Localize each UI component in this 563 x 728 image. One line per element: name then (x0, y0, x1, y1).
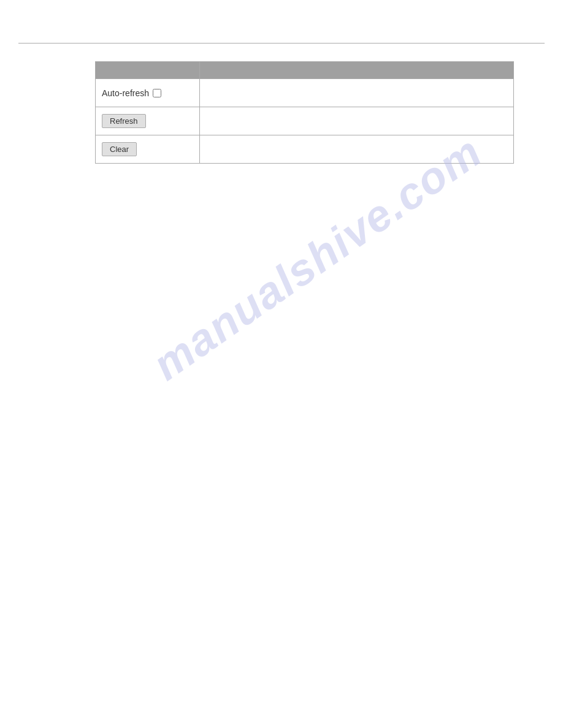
table-header-left (96, 62, 200, 79)
top-divider (18, 43, 545, 44)
settings-table-container: Auto-refresh Refresh Clear (95, 61, 514, 164)
refresh-button[interactable]: Refresh (102, 114, 146, 128)
auto-refresh-checkbox[interactable] (153, 89, 161, 97)
table-row: Refresh (96, 107, 514, 135)
table-row: Clear (96, 135, 514, 164)
auto-refresh-text: Auto-refresh (102, 88, 149, 98)
settings-table: Auto-refresh Refresh Clear (95, 61, 514, 164)
clear-button[interactable]: Clear (102, 142, 137, 156)
auto-refresh-cell: Auto-refresh (96, 79, 200, 107)
refresh-value-cell (200, 107, 514, 135)
table-row: Auto-refresh (96, 79, 514, 107)
auto-refresh-label: Auto-refresh (102, 88, 193, 98)
table-header-right (200, 62, 514, 79)
clear-value-cell (200, 135, 514, 164)
table-header-row (96, 62, 514, 79)
watermark: manualshive.com (144, 126, 491, 390)
auto-refresh-value-cell (200, 79, 514, 107)
clear-cell: Clear (96, 135, 200, 164)
refresh-cell: Refresh (96, 107, 200, 135)
